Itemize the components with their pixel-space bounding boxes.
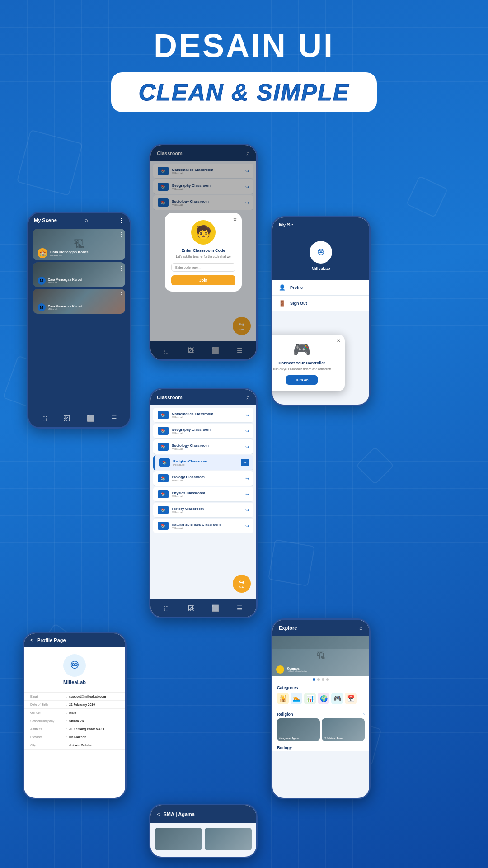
school-header: My Sc xyxy=(272,217,369,232)
phones-container: My Scene ⌕ ⋮ 🏫 Cara Mencegah Korosi Mill… xyxy=(14,121,474,867)
profile-back-btn[interactable]: < xyxy=(30,637,33,643)
header: DESAIN UI CLEAN & SIMPLE xyxy=(0,0,488,121)
dot-4 xyxy=(326,678,329,681)
category-icons-row: 🕌 🏊 📊 🌍 🎮 📅 xyxy=(277,693,365,704)
sma-title: SMA | Agama xyxy=(163,811,195,817)
cat-icon-4[interactable]: 🎮 xyxy=(331,693,343,704)
controller-icon: 🎮 xyxy=(271,341,339,358)
classroom-bot-item-1[interactable]: 📚 Geography Classroom MilleaLab ↪ xyxy=(153,424,253,439)
scene-header: My Scene ⌕ ⋮ xyxy=(28,213,130,227)
controller-modal: ✕ 🎮 Connect Your Controller Turn on your… xyxy=(271,335,345,391)
modal-code-input[interactable] xyxy=(171,263,235,272)
phone-profile: < Profile Page ♾ MilleaLab Email : suppo… xyxy=(23,632,127,799)
explore-religion-card-0[interactable]: Keragaman Agama xyxy=(277,718,320,741)
profile-icon: 👤 xyxy=(279,284,286,291)
classroom-bottom-search-icon[interactable]: ⌕ xyxy=(246,394,250,401)
nav-icon-1[interactable]: ⬚ xyxy=(41,415,47,422)
scene-card-1[interactable]: 🏫 Cara Mencegah Korosi MilleaLab 🏗 ⋮ xyxy=(30,229,128,260)
modal-title: Enter Classroom Code xyxy=(171,248,235,253)
scene-card-2-name: Cara Mencegah Korosi xyxy=(48,278,82,281)
sma-content xyxy=(150,823,256,855)
nav-icon-4[interactable]: ☰ xyxy=(111,415,117,422)
enter-code-modal: ✕ 🧒 Enter Classroom Code Let's ask the t… xyxy=(165,213,242,292)
explore-hero-avatar xyxy=(276,665,284,674)
bot-nav-4[interactable]: ☰ xyxy=(237,604,243,612)
cat-icon-3[interactable]: 🌍 xyxy=(318,693,329,704)
dot-1 xyxy=(313,678,315,681)
profile-field-province: Province : DKI Jakarta xyxy=(24,733,125,741)
scene-card-3-name: Cara Mencegah Korosi xyxy=(48,305,82,308)
scene-card-3-sub: MilleaLab xyxy=(48,308,82,311)
header-subtitle: CLEAN & SIMPLE xyxy=(138,79,349,106)
scene-bottom-nav: ⬚ 🖼 ⬜ ☰ xyxy=(28,409,130,427)
classroom-bottom-header: Classroom ⌕ xyxy=(150,389,256,405)
explore-religion-header: Religion › xyxy=(272,710,369,718)
school-name: MilleaLab xyxy=(311,266,330,271)
phone-school: My Sc ♾ MilleaLab 👤 Profile ✕ 🎮 Connect … xyxy=(271,216,371,406)
profile-field-school: School/Company : Shinta VR xyxy=(24,717,125,725)
header-subtitle-wrap: CLEAN & SIMPLE xyxy=(111,72,376,112)
school-menu-profile[interactable]: 👤 Profile xyxy=(272,280,369,296)
religion-title: Religion xyxy=(277,712,293,717)
bot-nav-3[interactable]: ⬜ xyxy=(211,604,219,612)
profile-header: < Profile Page xyxy=(24,633,125,647)
explore-title: Explore xyxy=(279,625,297,631)
classroom-bot-item-3[interactable]: 📚 Religion Classroom MilleaLab ↪ xyxy=(153,455,253,470)
dot-3 xyxy=(322,678,324,681)
explore-religion-card-1[interactable]: 25 Nabi dan Rasul xyxy=(322,718,365,741)
scene-search-icon[interactable]: ⌕ xyxy=(84,217,88,223)
classroom-bottom-join-fab[interactable]: ↪ Join xyxy=(233,575,251,593)
scene-card-2-menu[interactable]: ⋮ xyxy=(118,264,124,272)
religion-arrow[interactable]: › xyxy=(363,712,365,717)
explore-categories-section: Categories 🕌 🏊 📊 🌍 🎮 📅 xyxy=(272,683,369,710)
religion-card-0-label: Keragaman Agama xyxy=(279,737,299,740)
classroom-bot-item-0[interactable]: 📚 Mathematics Classroom MilleaLab ↪ xyxy=(153,408,253,423)
modal-join-btn[interactable]: Join xyxy=(171,275,235,285)
explore-hero-name: Kompps xyxy=(287,667,308,670)
controller-turn-on-btn[interactable]: Turn on xyxy=(286,375,317,385)
explore-hero-sub: milleaLab unlimited xyxy=(287,670,308,673)
classroom-bot-item-3-arrow[interactable]: ↪ xyxy=(241,459,249,466)
enter-code-modal-overlay: ✕ 🧒 Enter Classroom Code Let's ask the t… xyxy=(150,145,256,359)
scene-card-2[interactable]: M Cara Mencegah Korosi MilleaLab ⋮ xyxy=(30,262,128,287)
school-menu-signout[interactable]: 🚪 Sign Out xyxy=(272,296,369,311)
scene-card-3-menu[interactable]: ⋮ xyxy=(118,291,124,298)
profile-logo: ♾ xyxy=(63,654,86,677)
cat-icon-5[interactable]: 📅 xyxy=(345,693,357,704)
bot-nav-2[interactable]: 🖼 xyxy=(188,604,194,612)
phone-sma: < SMA | Agama xyxy=(149,804,258,858)
explore-search-icon[interactable]: ⌕ xyxy=(359,624,363,631)
cat-icon-0[interactable]: 🕌 xyxy=(277,693,289,704)
cat-icon-2[interactable]: 📊 xyxy=(304,693,316,704)
phone-scene: My Scene ⌕ ⋮ 🏫 Cara Mencegah Korosi Mill… xyxy=(27,212,131,429)
scene-card-1-menu[interactable]: ⋮ xyxy=(118,231,124,238)
scene-card-3[interactable]: M Cara Mencegah Korosi MilleaLab ⋮ xyxy=(30,289,128,314)
scene-more-icon[interactable]: ⋮ xyxy=(118,217,124,223)
profile-title: Profile Page xyxy=(37,637,66,643)
explore-hero: 🏗 Kompps milleaLab unlimited xyxy=(272,636,369,676)
header-title: DESAIN UI xyxy=(0,27,488,64)
school-menu-signout-label: Sign Out xyxy=(290,301,307,306)
modal-avatar: 🧒 xyxy=(191,220,216,245)
cat-icon-1[interactable]: 🏊 xyxy=(291,693,302,704)
classroom-bot-item-6[interactable]: 📚 History Classroom MilleaLab ↪ xyxy=(153,503,253,518)
controller-close-btn[interactable]: ✕ xyxy=(337,338,340,343)
controller-title: Connect Your Controller xyxy=(271,361,339,365)
classroom-bottom-list: 📚 Mathematics Classroom MilleaLab ↪ 📚 Ge… xyxy=(150,405,256,557)
explore-dots-nav xyxy=(272,676,369,683)
profile-field-gender: Gender : Male xyxy=(24,709,125,717)
signout-icon: 🚪 xyxy=(279,300,286,307)
classroom-bot-item-2[interactable]: 📚 Sociology Classroom MilleaLab ↪ xyxy=(153,439,253,454)
phone-explore: Explore ⌕ 🏗 Kompps milleaLab unlimited C… xyxy=(271,618,371,799)
bot-nav-1[interactable]: ⬚ xyxy=(164,604,170,612)
classroom-bot-item-5[interactable]: 📚 Physics Classroom MilleaLab ↪ xyxy=(153,487,253,502)
sma-back-btn[interactable]: < xyxy=(157,811,160,817)
nav-icon-3[interactable]: ⬜ xyxy=(87,415,94,422)
phone-classroom-top: Classroom ⌕ 📚 Mathematics Classroom Mill… xyxy=(149,144,258,361)
nav-icon-2[interactable]: 🖼 xyxy=(64,415,70,422)
modal-close-btn[interactable]: ✕ xyxy=(233,217,237,223)
classroom-bot-item-4[interactable]: 📚 Biology Classroom MilleaLab ↪ xyxy=(153,471,253,486)
classroom-bottom-nav: ⬚ 🖼 ⬜ ☰ xyxy=(150,599,256,617)
profile-field-email: Email : support@milleaLab.com xyxy=(24,693,125,701)
classroom-bot-item-7[interactable]: 📚 Natural Sciences Classroom MilleaLab ↪ xyxy=(153,519,253,533)
